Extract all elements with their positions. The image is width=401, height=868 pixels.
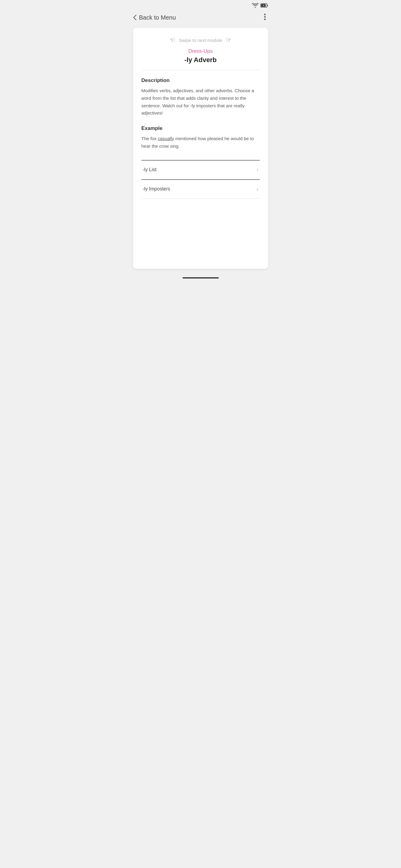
home-indicator [128, 274, 273, 281]
example-text: The fox casually mentioned how pleased h… [142, 135, 260, 150]
back-button-label: Back to Menu [139, 14, 176, 21]
status-bar [128, 0, 273, 10]
card-stack-area: ☜ Swipe to next module ☞ Dress-Ups -ly A… [128, 28, 273, 269]
back-button[interactable]: Back to Menu [133, 13, 176, 22]
description-text: Modifies verbs, adjectives, and other ad… [142, 87, 260, 117]
left-hand-icon: ☜ [169, 36, 175, 44]
ly-imposters-chevron-icon: › [257, 186, 259, 192]
ly-list-chevron-icon: › [257, 167, 259, 173]
wifi-icon [252, 3, 259, 8]
swipe-hint: ☜ Swipe to next module ☞ [142, 36, 260, 44]
example-text-before: The fox [142, 136, 158, 141]
svg-point-4 [264, 19, 265, 20]
example-heading: Example [142, 125, 260, 131]
home-indicator-bar [182, 277, 219, 278]
main-card: ☜ Swipe to next module ☞ Dress-Ups -ly A… [133, 28, 268, 269]
list-items: -ly List › -ly Imposters › [142, 160, 260, 198]
svg-point-2 [264, 14, 265, 16]
ly-list-label: -ly List [143, 167, 156, 173]
module-category: Dress-Ups [142, 48, 260, 54]
ly-imposters-button[interactable]: -ly Imposters › [142, 179, 260, 198]
description-heading: Description [142, 78, 260, 84]
module-title: -ly Adverb [142, 56, 260, 64]
ly-list-button[interactable]: -ly List › [142, 160, 260, 179]
swipe-hint-text: Swipe to next module [179, 38, 222, 43]
more-options-button[interactable] [262, 12, 268, 23]
battery-icon [260, 3, 268, 8]
svg-point-3 [264, 16, 265, 18]
right-hand-icon: ☞ [226, 36, 232, 44]
example-highlight-word: casually [158, 136, 174, 141]
ly-imposters-label: -ly Imposters [143, 186, 170, 192]
nav-bar: Back to Menu [128, 10, 273, 28]
